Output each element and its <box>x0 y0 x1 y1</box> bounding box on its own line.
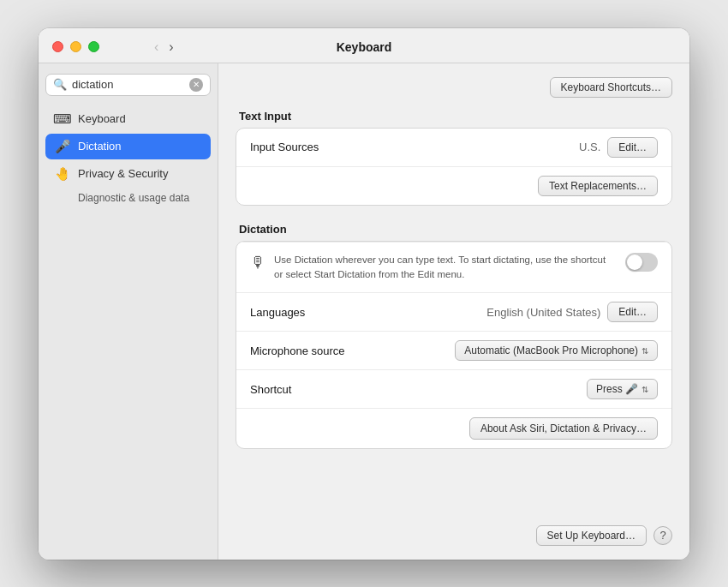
forward-button[interactable]: › <box>165 40 176 54</box>
search-clear-button[interactable]: ✕ <box>189 78 203 92</box>
sidebar-item-dictation-label: Dictation <box>78 140 122 153</box>
sidebar-sub-item-diagnostic-label: Diagnostic & usage data <box>78 192 189 204</box>
keyboard-icon: ⌨ <box>54 111 71 128</box>
languages-row: Languages English (United States) Edit… <box>236 292 671 331</box>
nav-arrows: ‹ › <box>151 40 177 54</box>
microphone-source-label: Microphone source <box>250 344 370 357</box>
languages-actions: Edit… <box>607 302 658 322</box>
window-title: Keyboard <box>337 40 392 54</box>
dictation-info-row: 🎙 Use Dictation wherever you can type te… <box>236 242 671 293</box>
dictation-section: 🎙 Use Dictation wherever you can type te… <box>236 241 672 450</box>
search-input[interactable] <box>72 78 184 91</box>
sidebar-item-privacy-label: Privacy & Security <box>78 167 168 180</box>
text-replacements-button[interactable]: Text Replacements… <box>538 176 658 196</box>
bottom-right: Set Up Keyboard… ? <box>536 525 672 546</box>
input-sources-label: Input Sources <box>250 141 370 153</box>
sidebar-sub-item-diagnostic[interactable]: Diagnostic & usage data <box>45 189 211 207</box>
sidebar: 🔍 ✕ ⌨ Keyboard 🎤 Dictation 🤚 Privacy & S… <box>39 63 218 560</box>
keyboard-shortcuts-button[interactable]: Keyboard Shortcuts… <box>550 77 672 98</box>
main-content: Keyboard Shortcuts… Text Input Input Sou… <box>218 63 689 560</box>
shortcut-label: Shortcut <box>250 383 370 396</box>
system-preferences-window: ‹ › Keyboard 🔍 ✕ ⌨ Keyboard 🎤 Dictation <box>39 28 689 560</box>
help-button[interactable]: ? <box>653 526 672 545</box>
microphone-icon: 🎙 <box>250 254 266 272</box>
top-bar: Keyboard Shortcuts… <box>236 77 672 98</box>
microphone-source-dropdown[interactable]: Automatic (MacBook Pro Microphone) ⇅ <box>455 340 658 361</box>
languages-edit-button[interactable]: Edit… <box>607 302 658 322</box>
shortcut-chevron-icon: ⇅ <box>641 385 648 394</box>
minimize-button[interactable] <box>70 41 81 52</box>
microphone-source-row: Microphone source Automatic (MacBook Pro… <box>236 331 671 369</box>
close-button[interactable] <box>52 41 63 52</box>
search-icon: 🔍 <box>53 78 67 91</box>
dictation-toggle[interactable] <box>625 253 658 272</box>
privacy-icon: 🤚 <box>54 165 71 183</box>
input-sources-row: Input Sources U.S. Edit… <box>236 129 671 166</box>
dictation-section-header: Dictation <box>236 219 672 241</box>
back-button[interactable]: ‹ <box>151 40 162 54</box>
dictation-description: Use Dictation wherever you can type text… <box>274 253 617 283</box>
input-sources-value: U.S. <box>377 141 600 153</box>
setup-keyboard-button[interactable]: Set Up Keyboard… <box>536 525 647 546</box>
text-input-header: Text Input <box>236 110 672 128</box>
text-input-section: Input Sources U.S. Edit… Text Replacemen… <box>236 128 672 206</box>
content-area: 🔍 ✕ ⌨ Keyboard 🎤 Dictation 🤚 Privacy & S… <box>39 63 689 560</box>
dictation-icon: 🎤 <box>54 138 71 155</box>
input-sources-actions: Edit… <box>607 137 658 158</box>
about-row: About Ask Siri, Dictation & Privacy… <box>236 408 671 448</box>
sidebar-item-privacy-security[interactable]: 🤚 Privacy & Security <box>45 161 211 187</box>
shortcut-row: Shortcut Press 🎤 ⇅ <box>236 369 671 408</box>
chevron-updown-icon: ⇅ <box>641 346 648 356</box>
languages-label: Languages <box>250 306 370 319</box>
traffic-lights <box>52 41 99 52</box>
microphone-source-value: Automatic (MacBook Pro Microphone) <box>464 344 638 356</box>
search-bar: 🔍 ✕ <box>45 74 211 96</box>
bottom-bar: Set Up Keyboard… ? <box>236 518 672 546</box>
sidebar-item-dictation[interactable]: 🎤 Dictation <box>45 134 211 159</box>
about-button[interactable]: About Ask Siri, Dictation & Privacy… <box>469 417 658 440</box>
sidebar-item-keyboard[interactable]: ⌨ Keyboard <box>45 106 211 132</box>
input-sources-edit-button[interactable]: Edit… <box>607 137 658 158</box>
titlebar: ‹ › Keyboard <box>39 28 689 63</box>
shortcut-value: Press 🎤 <box>596 383 638 395</box>
sidebar-item-keyboard-label: Keyboard <box>78 112 126 125</box>
languages-value: English (United States) <box>377 306 600 319</box>
maximize-button[interactable] <box>88 41 99 52</box>
shortcut-dropdown[interactable]: Press 🎤 ⇅ <box>587 379 658 399</box>
text-replacements-row: Text Replacements… <box>236 166 671 205</box>
